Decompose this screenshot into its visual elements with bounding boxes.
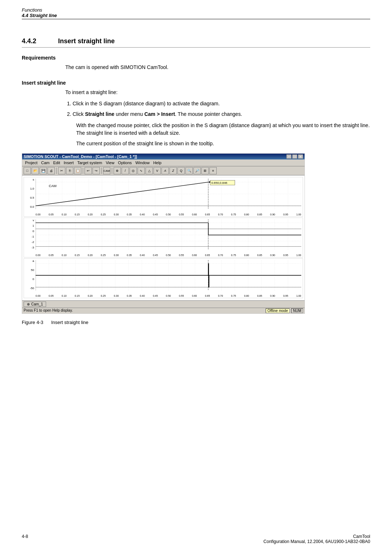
- statusbar-right: Offline mode NUM: [266, 308, 303, 313]
- toolbar-a[interactable]: A: [162, 167, 169, 174]
- toolbar-zoom-out[interactable]: 🔎: [193, 167, 201, 174]
- svg-text:CAM: CAM: [49, 185, 57, 188]
- taskbar: ⊕ Cam_1: [22, 300, 305, 308]
- section-title: Insert straight line: [58, 37, 115, 45]
- figure-caption: Figure 4-3 Insert straight line: [22, 320, 370, 325]
- footer-product: CamTool: [264, 534, 370, 539]
- chart-s-y-labels: s 1.0 0.5 0.0: [24, 177, 35, 209]
- para1: With the changed mouse pointer, click th…: [76, 122, 370, 137]
- page-number: 4-8: [22, 534, 28, 544]
- chart-a-x-labels: 0.00 0.05 0.10 0.15 0.20 0.25 0.30 0.35 …: [36, 295, 301, 297]
- menu-help[interactable]: Help: [152, 160, 163, 165]
- statusbar-left: Press F1 to open Help display.: [24, 308, 73, 313]
- sep4: [112, 167, 112, 174]
- toolbar-fit[interactable]: ⊞: [201, 167, 209, 174]
- statusbar: Press F1 to open Help display. Offline m…: [22, 308, 305, 313]
- insert-label: Insert straight line: [22, 80, 370, 86]
- breadcrumb-line2: 4.4 Straight line: [22, 13, 370, 18]
- toolbar-copy[interactable]: ⎘: [66, 167, 73, 174]
- toolbar-circle[interactable]: ⊕: [114, 167, 121, 174]
- num-badge: NUM: [291, 308, 303, 313]
- toolbar-zoom-in[interactable]: 🔍: [185, 167, 193, 174]
- toolbar-paste[interactable]: 📋: [74, 167, 81, 174]
- screenshot: SIMOTION SCOUT - CamTool_Demo - [CamTool…: [22, 153, 305, 314]
- toolbar-more[interactable]: ≡: [209, 167, 217, 174]
- toolbar-wave[interactable]: ∿: [138, 167, 145, 174]
- minimize-btn[interactable]: −: [286, 154, 291, 159]
- footer-manual: Configuration Manual, 12.2004, 6AU1900-1…: [264, 539, 370, 544]
- toolbar-z[interactable]: Z: [170, 167, 177, 174]
- window-title: SIMOTION SCOUT - CamTool_Demo - [CamTool…: [24, 154, 137, 159]
- menu-cam[interactable]: Cam: [40, 160, 51, 165]
- chart-s-svg: CAM 0.650,0.846: [36, 179, 301, 209]
- insert-intro: To insert a straight line:: [65, 89, 370, 96]
- step-2: Click Straight line under menu Cam > Ins…: [73, 110, 370, 118]
- window-titlebar: SIMOTION SCOUT - CamTool_Demo - [CamTool…: [22, 154, 305, 159]
- toolbar-redo[interactable]: ↪: [93, 167, 100, 174]
- toolbar-cut[interactable]: ✂: [58, 167, 65, 174]
- chart-v-x-labels: 0.00 0.05 0.10 0.15 0.20 0.25 0.30 0.35 …: [36, 254, 301, 256]
- toolbar-print[interactable]: 🖨: [48, 167, 55, 174]
- menu-window[interactable]: Window: [134, 160, 151, 165]
- breadcrumb: Functions 4.4 Straight line: [22, 7, 370, 19]
- requirements-label: Requirements: [22, 55, 370, 61]
- bold-menu: Cam > Insert: [144, 111, 175, 117]
- toolbar-v[interactable]: V: [154, 167, 161, 174]
- chart-s: s 1.0 0.5 0.0: [24, 177, 303, 217]
- menu-view[interactable]: View: [104, 160, 116, 165]
- step-1: Click in the S diagram (distance diagram…: [73, 100, 370, 108]
- toolbar-open[interactable]: 📂: [32, 167, 39, 174]
- charts-area: s 1.0 0.5 0.0: [22, 175, 305, 300]
- chart-s-x-labels: 0.00 0.05 0.10 0.15 0.20 0.25 0.30 0.35 …: [36, 213, 301, 216]
- footer-right: CamTool Configuration Manual, 12.2004, 6…: [264, 534, 370, 544]
- menu-project[interactable]: Project: [24, 160, 39, 165]
- toolbar: □ 📂 💾 🖨 ✂ ⎘ 📋 ↩ ↪ CAM ⊕ / ◎ ∿ △ V: [22, 166, 305, 175]
- menu-options[interactable]: Options: [117, 160, 133, 165]
- menu-edit[interactable]: Edit: [52, 160, 61, 165]
- chart-v: v 1 0 -1 -2 -3: [24, 218, 303, 258]
- chart-v-y-labels: v 1 0 -1 -2 -3: [24, 218, 35, 250]
- menu-target-system[interactable]: Target system: [76, 160, 103, 165]
- menu-insert[interactable]: Insert: [62, 160, 75, 165]
- steps-list: Click in the S diagram (distance diagram…: [73, 100, 370, 118]
- toolbar-curve[interactable]: ◎: [130, 167, 137, 174]
- window-controls[interactable]: − □ ×: [286, 154, 303, 159]
- toolbar-undo[interactable]: ↩: [85, 167, 92, 174]
- section-number: 4.4.2: [22, 37, 47, 45]
- svg-text:0.650,0.846: 0.650,0.846: [211, 181, 228, 184]
- requirements-text: The cam is opened with SIMOTION CamTool.: [65, 64, 370, 71]
- menubar: Project Cam Edit Insert Target system Vi…: [22, 159, 305, 166]
- chart-a-y-labels: a 50 0 -50: [24, 259, 35, 291]
- sep2: [83, 167, 83, 174]
- toolbar-q[interactable]: Q: [177, 167, 185, 174]
- close-btn[interactable]: ×: [298, 154, 303, 159]
- offline-mode-badge: Offline mode: [266, 308, 290, 313]
- restore-btn[interactable]: □: [292, 154, 297, 159]
- taskbar-icon: ⊕: [27, 302, 30, 306]
- chart-a: a 50 0 -50: [24, 258, 303, 298]
- toolbar-new[interactable]: □: [24, 167, 31, 174]
- toolbar-up[interactable]: △: [146, 167, 153, 174]
- breadcrumb-line1: Functions: [22, 7, 370, 13]
- taskbar-label: Cam_1: [31, 302, 43, 306]
- bold-straight-line: Straight line: [85, 111, 114, 117]
- figure-text: Insert straight line: [51, 320, 89, 325]
- chart-a-svg: [36, 260, 301, 291]
- figure-number: Figure 4-3: [22, 320, 43, 325]
- section-heading: 4.4.2 Insert straight line: [22, 37, 370, 48]
- para2: The current position of the straight lin…: [76, 140, 370, 147]
- page-footer: 4-8 CamTool Configuration Manual, 12.200…: [22, 534, 370, 544]
- toolbar-save[interactable]: 💾: [40, 167, 47, 174]
- toolbar-cam[interactable]: CAM: [103, 167, 110, 174]
- sep1: [56, 167, 57, 174]
- sep3: [101, 167, 102, 174]
- taskbar-cam1[interactable]: ⊕ Cam_1: [24, 301, 46, 307]
- toolbar-line[interactable]: /: [122, 167, 129, 174]
- chart-v-svg: [36, 219, 301, 250]
